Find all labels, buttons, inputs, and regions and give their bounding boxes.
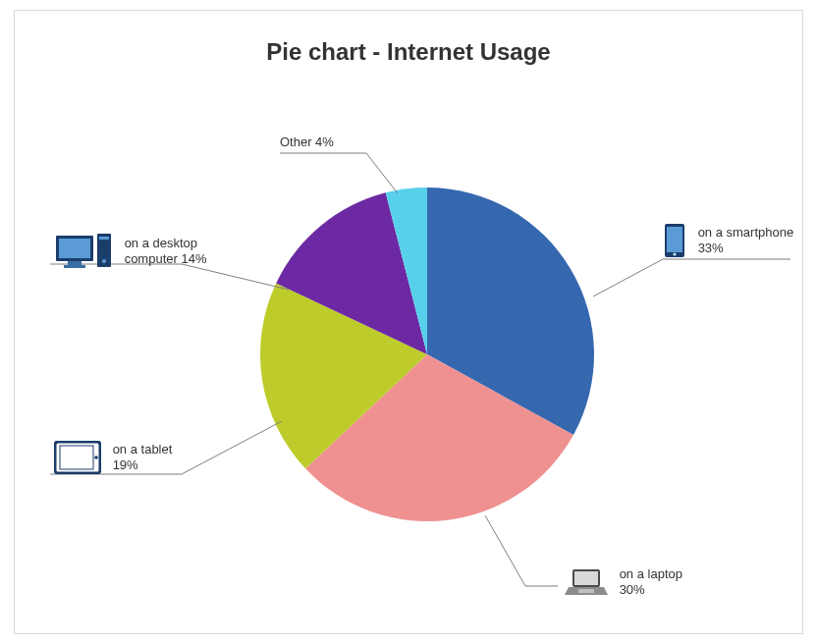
label-smartphone-l1: on a smartphone: [698, 225, 794, 240]
laptop-icon: [565, 567, 608, 597]
svg-rect-21: [59, 239, 90, 258]
svg-rect-16: [578, 589, 594, 593]
svg-rect-11: [667, 227, 682, 252]
svg-point-12: [673, 252, 676, 255]
label-laptop: on a laptop 30%: [565, 566, 682, 599]
label-other-l1: Other 4%: [280, 134, 334, 150]
label-smartphone: on a smartphone 33%: [663, 223, 793, 258]
label-tablet-l1: on a tablet: [113, 442, 173, 456]
label-laptop-l1: on a laptop: [620, 566, 682, 581]
label-desktop-l1: on a desktop: [125, 236, 197, 250]
smartphone-icon: [663, 223, 686, 258]
svg-rect-18: [60, 446, 93, 469]
label-laptop-l2: 30%: [620, 582, 645, 597]
svg-line-2: [485, 515, 525, 586]
label-other: Other 4%: [280, 134, 334, 151]
label-desktop: on a desktop computer 14%: [54, 232, 206, 271]
label-smartphone-l2: 33%: [698, 241, 724, 255]
svg-rect-25: [99, 237, 109, 240]
label-desktop-l2: computer 14%: [125, 251, 207, 266]
svg-point-19: [94, 456, 98, 459]
svg-rect-23: [64, 265, 85, 268]
desktop-icon: [54, 232, 113, 271]
svg-point-26: [102, 259, 106, 263]
pie-chart: [260, 188, 594, 521]
chart-title: Pie chart - Internet Usage: [15, 38, 802, 66]
svg-rect-22: [68, 261, 82, 265]
svg-rect-14: [574, 571, 598, 585]
tablet-icon: [54, 441, 101, 474]
chart-canvas: Pie chart - Internet Usage: [14, 10, 803, 634]
label-tablet: on a tablet 19%: [54, 441, 172, 474]
svg-line-0: [593, 259, 663, 296]
label-tablet-l2: 19%: [113, 457, 138, 472]
